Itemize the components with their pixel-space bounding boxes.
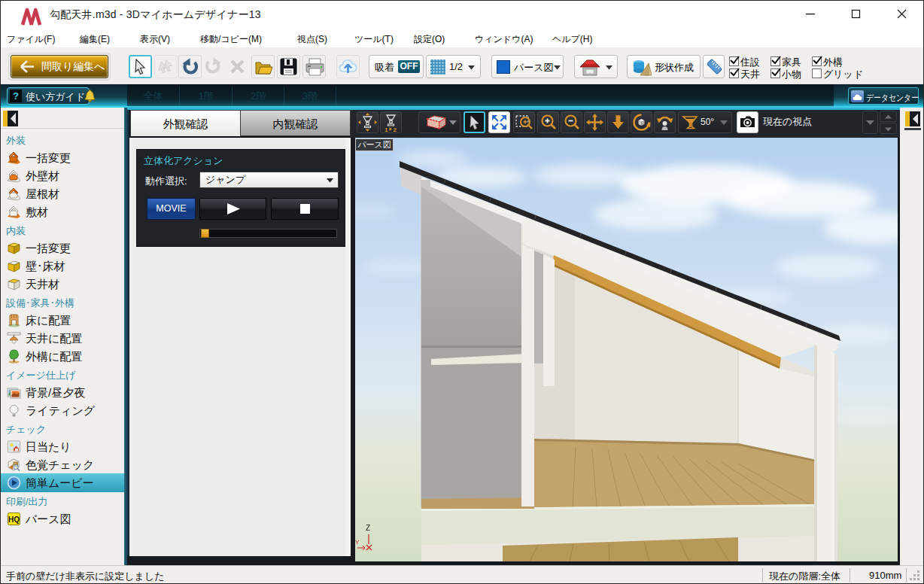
svg-text:Y: Y [355,539,360,546]
svg-text:HQ: HQ [8,516,20,524]
svg-text:2: 2 [394,126,397,132]
svg-text:Z: Z [366,524,370,532]
svg-text:1: 1 [384,126,388,132]
